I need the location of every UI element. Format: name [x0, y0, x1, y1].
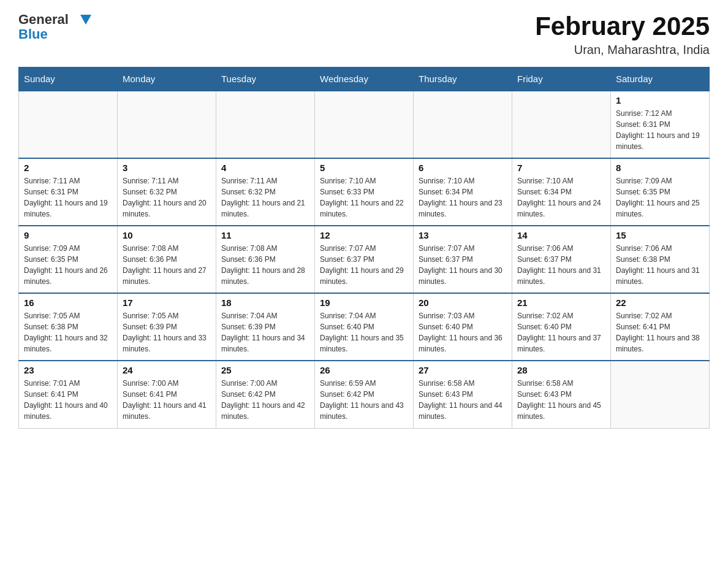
day-number: 22: [616, 297, 704, 308]
day-info: Sunrise: 7:02 AM Sunset: 6:40 PM Dayligh…: [517, 310, 605, 354]
table-row: 17Sunrise: 7:05 AM Sunset: 6:39 PM Dayli…: [118, 293, 216, 361]
col-monday: Monday: [118, 67, 216, 91]
title-area: February 2025 Uran, Maharashtra, India: [535, 12, 710, 57]
day-number: 8: [616, 163, 704, 173]
table-row: 14Sunrise: 7:06 AM Sunset: 6:37 PM Dayli…: [512, 226, 611, 293]
day-info: Sunrise: 7:11 AM Sunset: 6:31 PM Dayligh…: [24, 175, 112, 220]
logo-general-text: General: [18, 12, 91, 27]
day-info: Sunrise: 7:10 AM Sunset: 6:34 PM Dayligh…: [517, 175, 605, 220]
day-number: 6: [419, 163, 507, 173]
day-number: 1: [616, 95, 704, 105]
col-friday: Friday: [512, 67, 611, 91]
calendar-header-row: Sunday Monday Tuesday Wednesday Thursday…: [19, 67, 710, 91]
table-row: 10Sunrise: 7:08 AM Sunset: 6:36 PM Dayli…: [118, 226, 216, 293]
table-row: 26Sunrise: 6:59 AM Sunset: 6:42 PM Dayli…: [315, 361, 414, 428]
day-number: 10: [123, 230, 211, 240]
table-row: 1Sunrise: 7:12 AM Sunset: 6:31 PM Daylig…: [611, 91, 710, 158]
day-info: Sunrise: 7:07 AM Sunset: 6:37 PM Dayligh…: [419, 243, 507, 287]
table-row: 2Sunrise: 7:11 AM Sunset: 6:31 PM Daylig…: [19, 158, 118, 226]
day-number: 4: [221, 163, 309, 173]
table-row: 27Sunrise: 6:58 AM Sunset: 6:43 PM Dayli…: [414, 361, 512, 428]
day-number: 19: [320, 297, 408, 308]
day-info: Sunrise: 7:07 AM Sunset: 6:37 PM Dayligh…: [320, 243, 408, 287]
table-row: 23Sunrise: 7:01 AM Sunset: 6:41 PM Dayli…: [19, 361, 118, 428]
month-title: February 2025: [535, 12, 710, 40]
calendar-week-row: 2Sunrise: 7:11 AM Sunset: 6:31 PM Daylig…: [19, 158, 710, 226]
day-number: 25: [221, 365, 309, 375]
day-number: 28: [517, 365, 605, 375]
day-info: Sunrise: 7:08 AM Sunset: 6:36 PM Dayligh…: [123, 243, 211, 287]
table-row: [315, 91, 414, 158]
table-row: 13Sunrise: 7:07 AM Sunset: 6:37 PM Dayli…: [414, 226, 512, 293]
table-row: [414, 91, 512, 158]
day-number: 14: [517, 230, 605, 240]
table-row: [216, 91, 315, 158]
day-info: Sunrise: 6:58 AM Sunset: 6:43 PM Dayligh…: [517, 378, 605, 422]
day-number: 26: [320, 365, 408, 375]
table-row: 3Sunrise: 7:11 AM Sunset: 6:32 PM Daylig…: [118, 158, 216, 226]
day-number: 18: [221, 297, 309, 308]
day-number: 7: [517, 163, 605, 173]
day-info: Sunrise: 7:00 AM Sunset: 6:42 PM Dayligh…: [221, 378, 309, 422]
table-row: 22Sunrise: 7:02 AM Sunset: 6:41 PM Dayli…: [611, 293, 710, 361]
day-number: 21: [517, 297, 605, 308]
table-row: 11Sunrise: 7:08 AM Sunset: 6:36 PM Dayli…: [216, 226, 315, 293]
day-info: Sunrise: 7:08 AM Sunset: 6:36 PM Dayligh…: [221, 243, 309, 287]
logo-blue-text: Blue: [18, 27, 91, 42]
page-header: General Blue February 2025 Uran, Maharas…: [18, 12, 710, 57]
day-number: 20: [419, 297, 507, 308]
day-info: Sunrise: 7:04 AM Sunset: 6:40 PM Dayligh…: [320, 310, 408, 354]
day-number: 3: [123, 163, 211, 173]
calendar-week-row: 23Sunrise: 7:01 AM Sunset: 6:41 PM Dayli…: [19, 361, 710, 428]
day-info: Sunrise: 7:05 AM Sunset: 6:38 PM Dayligh…: [24, 310, 112, 354]
logo: General Blue: [18, 12, 91, 42]
day-info: Sunrise: 6:58 AM Sunset: 6:43 PM Dayligh…: [419, 378, 507, 422]
calendar-week-row: 1Sunrise: 7:12 AM Sunset: 6:31 PM Daylig…: [19, 91, 710, 158]
table-row: 12Sunrise: 7:07 AM Sunset: 6:37 PM Dayli…: [315, 226, 414, 293]
day-info: Sunrise: 7:06 AM Sunset: 6:38 PM Dayligh…: [616, 243, 704, 287]
col-wednesday: Wednesday: [315, 67, 414, 91]
day-info: Sunrise: 7:03 AM Sunset: 6:40 PM Dayligh…: [419, 310, 507, 354]
day-info: Sunrise: 7:06 AM Sunset: 6:37 PM Dayligh…: [517, 243, 605, 287]
table-row: 28Sunrise: 6:58 AM Sunset: 6:43 PM Dayli…: [512, 361, 611, 428]
day-info: Sunrise: 7:04 AM Sunset: 6:39 PM Dayligh…: [221, 310, 309, 354]
table-row: 19Sunrise: 7:04 AM Sunset: 6:40 PM Dayli…: [315, 293, 414, 361]
calendar-table: Sunday Monday Tuesday Wednesday Thursday…: [18, 67, 710, 429]
day-number: 23: [24, 365, 112, 375]
day-info: Sunrise: 7:02 AM Sunset: 6:41 PM Dayligh…: [616, 310, 704, 354]
day-info: Sunrise: 7:00 AM Sunset: 6:41 PM Dayligh…: [123, 378, 211, 422]
table-row: 16Sunrise: 7:05 AM Sunset: 6:38 PM Dayli…: [19, 293, 118, 361]
day-number: 9: [24, 230, 112, 240]
table-row: 24Sunrise: 7:00 AM Sunset: 6:41 PM Dayli…: [118, 361, 216, 428]
day-number: 13: [419, 230, 507, 240]
day-number: 24: [123, 365, 211, 375]
day-number: 15: [616, 230, 704, 240]
day-info: Sunrise: 7:09 AM Sunset: 6:35 PM Dayligh…: [616, 175, 704, 220]
table-row: 18Sunrise: 7:04 AM Sunset: 6:39 PM Dayli…: [216, 293, 315, 361]
table-row: 8Sunrise: 7:09 AM Sunset: 6:35 PM Daylig…: [611, 158, 710, 226]
table-row: 9Sunrise: 7:09 AM Sunset: 6:35 PM Daylig…: [19, 226, 118, 293]
day-info: Sunrise: 6:59 AM Sunset: 6:42 PM Dayligh…: [320, 378, 408, 422]
day-number: 16: [24, 297, 112, 308]
day-number: 11: [221, 230, 309, 240]
day-info: Sunrise: 7:12 AM Sunset: 6:31 PM Dayligh…: [616, 108, 704, 152]
table-row: 20Sunrise: 7:03 AM Sunset: 6:40 PM Dayli…: [414, 293, 512, 361]
table-row: 6Sunrise: 7:10 AM Sunset: 6:34 PM Daylig…: [414, 158, 512, 226]
day-number: 27: [419, 365, 507, 375]
svg-marker-0: [80, 15, 91, 25]
table-row: [611, 361, 710, 428]
col-thursday: Thursday: [414, 67, 512, 91]
table-row: 21Sunrise: 7:02 AM Sunset: 6:40 PM Dayli…: [512, 293, 611, 361]
day-info: Sunrise: 7:09 AM Sunset: 6:35 PM Dayligh…: [24, 243, 112, 287]
day-info: Sunrise: 7:11 AM Sunset: 6:32 PM Dayligh…: [123, 175, 211, 220]
calendar-week-row: 16Sunrise: 7:05 AM Sunset: 6:38 PM Dayli…: [19, 293, 710, 361]
table-row: [118, 91, 216, 158]
day-info: Sunrise: 7:10 AM Sunset: 6:33 PM Dayligh…: [320, 175, 408, 220]
day-info: Sunrise: 7:05 AM Sunset: 6:39 PM Dayligh…: [123, 310, 211, 354]
table-row: 7Sunrise: 7:10 AM Sunset: 6:34 PM Daylig…: [512, 158, 611, 226]
day-number: 12: [320, 230, 408, 240]
logo-triangle-icon: [80, 15, 91, 26]
table-row: 5Sunrise: 7:10 AM Sunset: 6:33 PM Daylig…: [315, 158, 414, 226]
day-info: Sunrise: 7:11 AM Sunset: 6:32 PM Dayligh…: [221, 175, 309, 220]
col-saturday: Saturday: [611, 67, 710, 91]
